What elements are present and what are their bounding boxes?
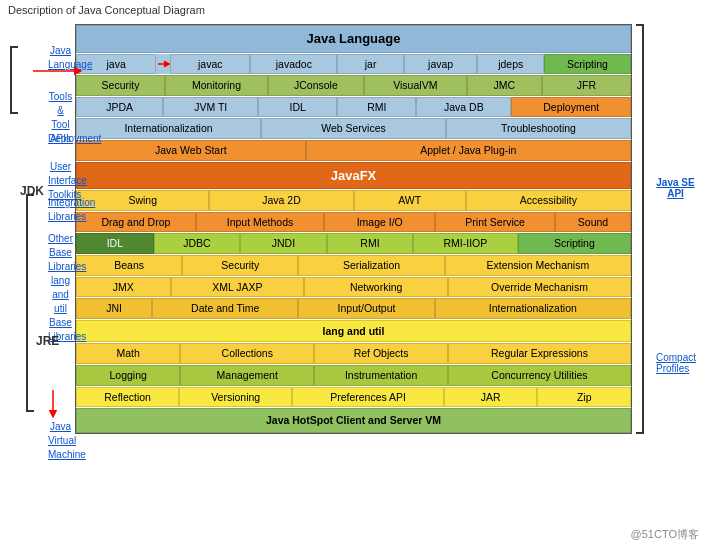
cell-sound: Sound [555,212,631,233]
cell-security-tools: Security [76,75,165,96]
cell-java-web-start: Java Web Start [76,140,306,161]
cell-javac: javac [170,54,250,75]
cell-input-output: Input/Output [298,298,434,319]
cell-management: Management [180,365,314,386]
cell-concurrency: Concurrency Utilities [448,365,631,386]
cell-jconsole: JConsole [268,75,364,96]
cell-print-service: Print Service [435,212,555,233]
cell-jni: JNI [76,298,152,319]
cell-xml-jaxp: XML JAXP [171,277,305,298]
label-tools-api[interactable]: Tools & Tool APIs [48,90,73,118]
cell-networking: Networking [304,277,448,298]
cell-swing: Swing [76,190,209,211]
cell-rmi-int: RMI [327,233,414,254]
cell-reflection: Reflection [76,387,179,408]
label-deployment[interactable]: Deployment [48,132,73,146]
cell-webservices: Web Services [261,118,446,139]
cell-jpda: JPDA [76,97,163,118]
cell-math: Math [76,343,180,364]
cell-jdeps: jdeps [477,54,544,75]
cell-rmi-iiop: RMI-IIOP [413,233,517,254]
cell-intl-tools: Internationalization [76,118,261,139]
page-title: Description of Java Conceptual Diagram [0,0,707,20]
cell-javadoc: javadoc [250,54,337,75]
cell-jmc: JMC [467,75,542,96]
cell-deployment-tools: Deployment [511,97,631,118]
cell-monitoring: Monitoring [165,75,268,96]
label-integration[interactable]: Integration Libraries [48,196,73,224]
label-jvm[interactable]: Java Virtual Machine [48,420,73,434]
cell-scripting-1: Scripting [544,54,631,75]
cell-idl-int: IDL [76,233,154,254]
diagram-container: Java Language java javac javadoc jar jav… [75,24,632,434]
cell-date-time: Date and Time [152,298,298,319]
cell-jmx: JMX [76,277,171,298]
cell-troubleshooting: Troubleshooting [446,118,631,139]
label-java-language[interactable]: Java Language [48,44,73,58]
cell-jar: JAR [444,387,538,408]
cell-jvm: Java HotSpot Client and Server VM [76,408,631,433]
label-lang-util-base[interactable]: lang and util Base Libraries [48,274,73,302]
cell-awt: AWT [354,190,466,211]
java-language-header: Java Language [76,25,631,53]
cell-regex: Regular Expressions [448,343,631,364]
cell-scripting-int: Scripting [518,233,631,254]
cell-visualvm: VisualVM [364,75,467,96]
cell-jar: jar [337,54,404,75]
cell-rmi: RMI [337,97,416,118]
cell-javadb: Java DB [416,97,511,118]
cell-input-methods: Input Methods [196,212,325,233]
cell-instrumentation: Instrumentation [314,365,448,386]
cell-lang-util-header: lang and util [76,320,631,343]
cell-dnd: Drag and Drop [76,212,196,233]
cell-ref-objects: Ref Objects [314,343,448,364]
cell-jfr: JFR [542,75,631,96]
cell-jdbc: JDBC [154,233,241,254]
label-other-base[interactable]: Other Base Libraries [48,232,73,260]
cell-serialization: Serialization [298,255,444,276]
cell-accessibility: Accessibility [466,190,631,211]
cell-jndi: JNDI [240,233,327,254]
cell-security-base: Security [182,255,298,276]
java-se-api-label[interactable]: Java SEAPI [652,177,699,199]
label-ui-toolkits[interactable]: User Interface Toolkits [48,160,73,188]
cell-logging: Logging [76,365,180,386]
jre-label: JRE [36,334,59,348]
cell-jvmti: JVM TI [163,97,258,118]
cell-collections: Collections [180,343,314,364]
cell-image-io: Image I/O [324,212,435,233]
cell-versioning: Versioning [179,387,292,408]
cell-zip: Zip [537,387,631,408]
cell-javafx: JavaFX [76,162,631,190]
cell-extension-mech: Extension Mechanism [445,255,631,276]
watermark: @51CTO博客 [631,527,699,542]
cell-intl-base: Internationalization [435,298,631,319]
cell-applet: Applet / Java Plug-in [306,140,631,161]
cell-prefs-api: Preferences API [292,387,444,408]
cell-javap: javap [404,54,477,75]
cell-override-mech: Override Mechanism [448,277,631,298]
cell-idl: IDL [258,97,337,118]
cell-java2d: Java 2D [209,190,353,211]
compact-profiles-label[interactable]: CompactProfiles [652,352,699,374]
cell-beans: Beans [76,255,182,276]
